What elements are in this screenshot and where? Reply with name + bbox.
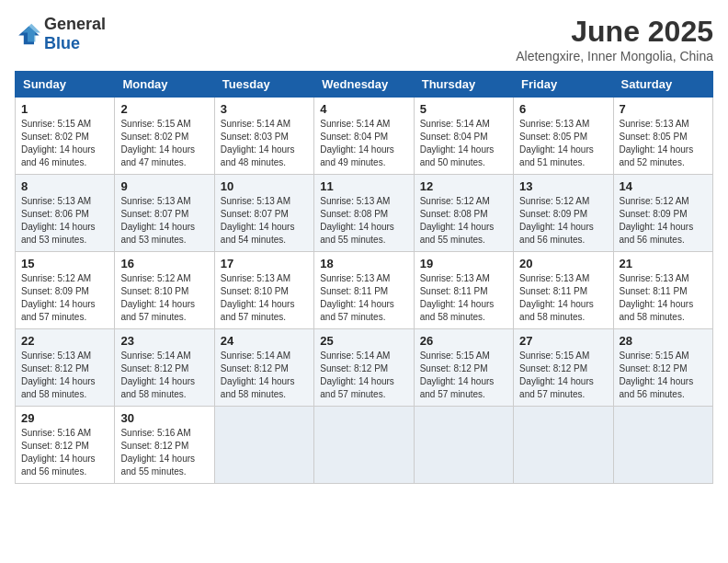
logo-blue-text: Blue — [44, 34, 80, 52]
calendar-cell: 22 Sunrise: 5:13 AM Sunset: 8:12 PM Dayl… — [16, 329, 115, 407]
day-number: 7 — [620, 102, 707, 116]
calendar-cell: 19 Sunrise: 5:13 AM Sunset: 8:11 PM Dayl… — [414, 252, 513, 329]
logo-icon — [15, 21, 40, 47]
page-header: General Blue June 2025 Aletengxire, Inne… — [15, 15, 713, 63]
day-info: Sunrise: 5:13 AM Sunset: 8:05 PM Dayligh… — [519, 118, 607, 169]
day-info: Sunrise: 5:12 AM Sunset: 8:09 PM Dayligh… — [21, 272, 108, 324]
calendar-header-row: Sunday Monday Tuesday Wednesday Thursday… — [16, 72, 713, 98]
day-info: Sunrise: 5:13 AM Sunset: 8:11 PM Dayligh… — [420, 272, 507, 324]
calendar-cell: 1 Sunrise: 5:15 AM Sunset: 8:02 PM Dayli… — [16, 98, 115, 175]
day-number: 26 — [420, 334, 507, 348]
day-number: 3 — [221, 102, 308, 116]
calendar-cell: 5 Sunrise: 5:14 AM Sunset: 8:04 PM Dayli… — [414, 98, 513, 175]
calendar-cell: 2 Sunrise: 5:15 AM Sunset: 8:02 PM Dayli… — [115, 98, 214, 175]
day-info: Sunrise: 5:12 AM Sunset: 8:10 PM Dayligh… — [120, 272, 208, 324]
calendar-cell — [414, 407, 513, 484]
day-info: Sunrise: 5:15 AM Sunset: 8:12 PM Dayligh… — [620, 350, 707, 401]
day-number: 24 — [221, 334, 308, 348]
day-info: Sunrise: 5:15 AM Sunset: 8:02 PM Dayligh… — [120, 118, 208, 169]
calendar-body: 1 Sunrise: 5:15 AM Sunset: 8:02 PM Dayli… — [16, 98, 713, 484]
day-info: Sunrise: 5:13 AM Sunset: 8:12 PM Dayligh… — [21, 350, 108, 401]
day-number: 9 — [120, 179, 208, 193]
day-number: 12 — [420, 179, 507, 193]
col-thursday: Thursday — [414, 72, 513, 98]
calendar-cell: 16 Sunrise: 5:12 AM Sunset: 8:10 PM Dayl… — [115, 252, 214, 329]
calendar-cell: 29 Sunrise: 5:16 AM Sunset: 8:12 PM Dayl… — [16, 407, 115, 484]
logo: General Blue — [15, 15, 106, 53]
day-number: 18 — [320, 257, 407, 270]
calendar-cell: 26 Sunrise: 5:15 AM Sunset: 8:12 PM Dayl… — [414, 329, 513, 407]
calendar-cell: 14 Sunrise: 5:12 AM Sunset: 8:09 PM Dayl… — [613, 175, 712, 252]
day-number: 13 — [519, 179, 607, 193]
calendar-cell: 13 Sunrise: 5:12 AM Sunset: 8:09 PM Dayl… — [514, 175, 613, 252]
calendar-cell: 28 Sunrise: 5:15 AM Sunset: 8:12 PM Dayl… — [613, 329, 712, 407]
day-info: Sunrise: 5:15 AM Sunset: 8:12 PM Dayligh… — [420, 350, 507, 401]
day-info: Sunrise: 5:12 AM Sunset: 8:09 PM Dayligh… — [519, 195, 607, 247]
day-info: Sunrise: 5:14 AM Sunset: 8:03 PM Dayligh… — [221, 118, 308, 169]
day-number: 29 — [21, 411, 108, 425]
day-info: Sunrise: 5:13 AM Sunset: 8:07 PM Dayligh… — [221, 195, 308, 247]
day-info: Sunrise: 5:14 AM Sunset: 8:12 PM Dayligh… — [320, 350, 407, 401]
day-number: 17 — [221, 257, 308, 270]
day-number: 4 — [320, 102, 407, 116]
day-number: 1 — [21, 102, 108, 116]
day-info: Sunrise: 5:14 AM Sunset: 8:04 PM Dayligh… — [320, 118, 407, 169]
day-number: 2 — [120, 102, 208, 116]
day-number: 15 — [21, 257, 108, 270]
calendar-cell: 8 Sunrise: 5:13 AM Sunset: 8:06 PM Dayli… — [16, 175, 115, 252]
logo-general-text: General — [44, 15, 106, 33]
day-info: Sunrise: 5:13 AM Sunset: 8:07 PM Dayligh… — [120, 195, 208, 247]
calendar-cell: 24 Sunrise: 5:14 AM Sunset: 8:12 PM Dayl… — [214, 329, 313, 407]
calendar-cell: 7 Sunrise: 5:13 AM Sunset: 8:05 PM Dayli… — [613, 98, 712, 175]
calendar-cell — [314, 407, 414, 484]
day-info: Sunrise: 5:13 AM Sunset: 8:08 PM Dayligh… — [320, 195, 407, 247]
calendar-cell: 10 Sunrise: 5:13 AM Sunset: 8:07 PM Dayl… — [214, 175, 313, 252]
title-block: June 2025 Aletengxire, Inner Mongolia, C… — [516, 15, 713, 63]
day-info: Sunrise: 5:12 AM Sunset: 8:09 PM Dayligh… — [620, 195, 707, 247]
day-number: 27 — [519, 334, 607, 348]
calendar-cell — [214, 407, 313, 484]
calendar-cell: 6 Sunrise: 5:13 AM Sunset: 8:05 PM Dayli… — [514, 98, 613, 175]
col-monday: Monday — [115, 72, 214, 98]
calendar-cell: 15 Sunrise: 5:12 AM Sunset: 8:09 PM Dayl… — [16, 252, 115, 329]
day-info: Sunrise: 5:16 AM Sunset: 8:12 PM Dayligh… — [120, 427, 208, 478]
calendar-cell: 30 Sunrise: 5:16 AM Sunset: 8:12 PM Dayl… — [115, 407, 214, 484]
day-info: Sunrise: 5:14 AM Sunset: 8:04 PM Dayligh… — [420, 118, 507, 169]
day-number: 6 — [519, 102, 607, 116]
calendar-cell: 18 Sunrise: 5:13 AM Sunset: 8:11 PM Dayl… — [314, 252, 414, 329]
calendar-cell: 9 Sunrise: 5:13 AM Sunset: 8:07 PM Dayli… — [115, 175, 214, 252]
day-number: 16 — [120, 257, 208, 270]
day-info: Sunrise: 5:13 AM Sunset: 8:11 PM Dayligh… — [320, 272, 407, 324]
calendar-cell: 27 Sunrise: 5:15 AM Sunset: 8:12 PM Dayl… — [514, 329, 613, 407]
calendar-cell: 3 Sunrise: 5:14 AM Sunset: 8:03 PM Dayli… — [214, 98, 313, 175]
calendar-cell: 12 Sunrise: 5:12 AM Sunset: 8:08 PM Dayl… — [414, 175, 513, 252]
day-info: Sunrise: 5:14 AM Sunset: 8:12 PM Dayligh… — [120, 350, 208, 401]
calendar-cell: 21 Sunrise: 5:13 AM Sunset: 8:11 PM Dayl… — [613, 252, 712, 329]
day-info: Sunrise: 5:13 AM Sunset: 8:11 PM Dayligh… — [620, 272, 707, 324]
day-number: 14 — [620, 179, 707, 193]
day-number: 11 — [320, 179, 407, 193]
calendar-cell: 23 Sunrise: 5:14 AM Sunset: 8:12 PM Dayl… — [115, 329, 214, 407]
day-number: 23 — [120, 334, 208, 348]
day-number: 22 — [21, 334, 108, 348]
calendar-cell: 4 Sunrise: 5:14 AM Sunset: 8:04 PM Dayli… — [314, 98, 414, 175]
calendar-cell: 20 Sunrise: 5:13 AM Sunset: 8:11 PM Dayl… — [514, 252, 613, 329]
day-number: 21 — [620, 257, 707, 270]
day-info: Sunrise: 5:13 AM Sunset: 8:10 PM Dayligh… — [221, 272, 308, 324]
day-info: Sunrise: 5:14 AM Sunset: 8:12 PM Dayligh… — [221, 350, 308, 401]
day-number: 19 — [420, 257, 507, 270]
calendar-cell — [514, 407, 613, 484]
day-number: 25 — [320, 334, 407, 348]
calendar-cell: 11 Sunrise: 5:13 AM Sunset: 8:08 PM Dayl… — [314, 175, 414, 252]
col-friday: Friday — [514, 72, 613, 98]
calendar-cell: 17 Sunrise: 5:13 AM Sunset: 8:10 PM Dayl… — [214, 252, 313, 329]
col-tuesday: Tuesday — [214, 72, 313, 98]
day-number: 5 — [420, 102, 507, 116]
location-title: Aletengxire, Inner Mongolia, China — [516, 49, 713, 63]
month-title: June 2025 — [516, 15, 713, 49]
day-number: 28 — [620, 334, 707, 348]
col-wednesday: Wednesday — [314, 72, 414, 98]
day-info: Sunrise: 5:12 AM Sunset: 8:08 PM Dayligh… — [420, 195, 507, 247]
day-info: Sunrise: 5:15 AM Sunset: 8:12 PM Dayligh… — [519, 350, 607, 401]
day-number: 8 — [21, 179, 108, 193]
